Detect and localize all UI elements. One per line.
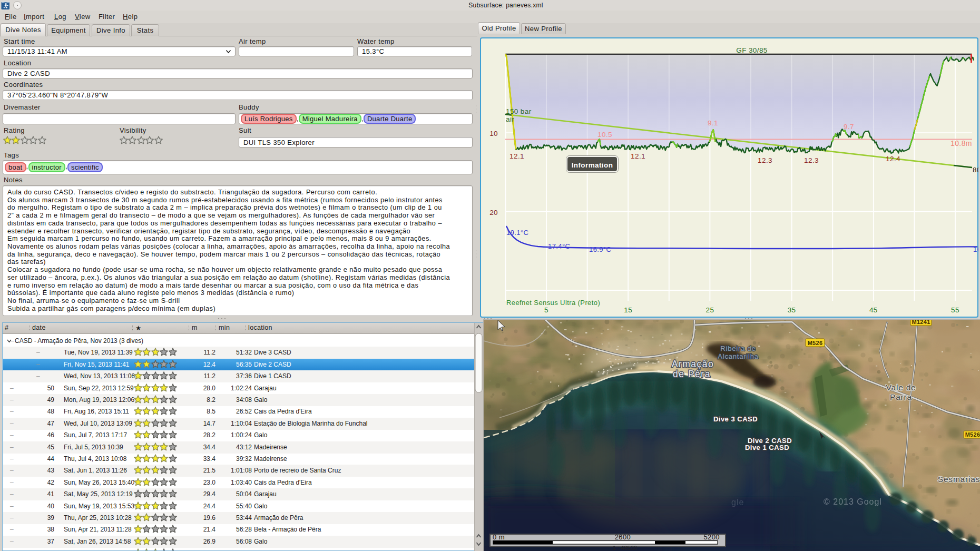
svg-text:5: 5 xyxy=(544,306,548,314)
svg-text:air: air xyxy=(506,115,514,123)
svg-text:10.5: 10.5 xyxy=(597,131,612,139)
svg-text:gle: gle xyxy=(731,498,744,507)
svg-text:80: 80 xyxy=(973,166,978,174)
svg-text:GF 30/85: GF 30/85 xyxy=(736,46,767,54)
svg-text:9.1: 9.1 xyxy=(708,119,718,127)
svg-text:Armação: Armação xyxy=(672,359,714,369)
svg-text:Sesmarias: Sesmarias xyxy=(938,475,980,484)
svg-text:© 2013 Googl: © 2013 Googl xyxy=(824,497,882,506)
svg-text:10.8m: 10.8m xyxy=(950,139,972,147)
svg-text:Ribeira de: Ribeira de xyxy=(720,345,756,352)
svg-text:M526: M526 xyxy=(808,340,823,346)
svg-text:M526: M526 xyxy=(965,431,980,438)
svg-text:10: 10 xyxy=(489,130,498,137)
svg-text:55: 55 xyxy=(951,306,959,314)
svg-text:Vale de: Vale de xyxy=(886,383,916,392)
svg-text:12.3: 12.3 xyxy=(758,156,772,164)
svg-text:19.1°C: 19.1°C xyxy=(506,229,528,237)
svg-text:25: 25 xyxy=(705,306,714,314)
svg-text:2600: 2600 xyxy=(615,533,631,541)
svg-text:5200: 5200 xyxy=(703,533,720,541)
svg-text:1 : 48500: 1 : 48500 xyxy=(613,545,637,551)
svg-text:15: 15 xyxy=(624,306,632,314)
svg-text:45: 45 xyxy=(869,306,878,314)
svg-text:12.1: 12.1 xyxy=(631,152,645,160)
svg-text:0 m: 0 m xyxy=(493,533,505,541)
svg-text:Dive 1 CASD: Dive 1 CASD xyxy=(745,444,789,451)
svg-text:Alcantarilha: Alcantarilha xyxy=(718,352,759,360)
svg-text:12.4: 12.4 xyxy=(886,155,900,163)
svg-text:12.3: 12.3 xyxy=(804,156,819,164)
svg-text:Parra: Parra xyxy=(890,392,912,401)
svg-text:17.4°C: 17.4°C xyxy=(548,242,570,250)
svg-text:9.7: 9.7 xyxy=(844,123,854,131)
svg-text:12.1: 12.1 xyxy=(509,152,524,160)
svg-text:20: 20 xyxy=(489,209,498,217)
svg-text:M1241: M1241 xyxy=(912,320,930,325)
svg-text:35: 35 xyxy=(788,306,796,314)
svg-text:150 bar: 150 bar xyxy=(506,107,532,115)
svg-text:Information: Information xyxy=(572,161,613,169)
svg-text:de Pêra: de Pêra xyxy=(673,369,711,379)
svg-text:16.: 16. xyxy=(973,245,978,253)
svg-text:Reefnet Sensus Ultra (Preto): Reefnet Sensus Ultra (Preto) xyxy=(506,299,600,307)
svg-text:Dive 3 CASD: Dive 3 CASD xyxy=(713,415,758,423)
svg-text:16.9°C: 16.9°C xyxy=(589,245,611,253)
